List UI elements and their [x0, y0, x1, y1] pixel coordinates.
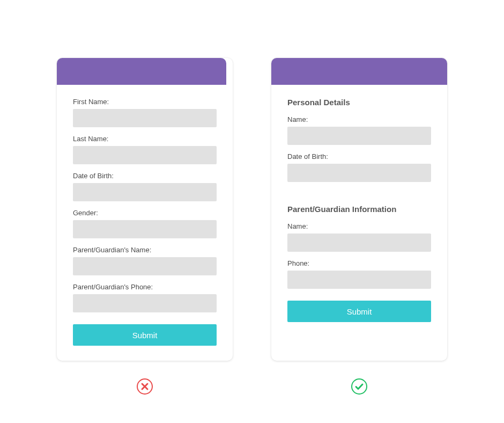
check-icon	[351, 378, 368, 395]
label-dob-left: Date of Birth:	[73, 172, 217, 180]
field-guardian-name-left: Parent/Guardian's Name:	[73, 246, 217, 275]
form-body-good: Personal Details Name: Date of Birth: Pa…	[271, 85, 447, 337]
svg-point-1	[352, 379, 367, 394]
submit-button-right[interactable]: Submit	[287, 301, 431, 322]
input-name-right[interactable]	[287, 127, 431, 145]
cross-icon	[136, 378, 153, 395]
field-guardian-phone-left: Parent/Guardian's Phone:	[73, 283, 217, 312]
input-guardian-name-right[interactable]	[287, 234, 431, 252]
label-first-name: First Name:	[73, 98, 217, 106]
field-gender: Gender:	[73, 209, 217, 238]
input-last-name[interactable]	[73, 146, 217, 164]
form-body-bad: First Name: Last Name: Date of Birth: Ge…	[57, 85, 233, 361]
card-header-good	[271, 58, 447, 85]
field-guardian-name-right: Name:	[287, 222, 431, 252]
section-title-guardian: Parent/Guardian Information	[287, 205, 431, 214]
field-first-name: First Name:	[73, 98, 217, 127]
label-guardian-phone-right: Phone:	[287, 259, 431, 267]
label-name-right: Name:	[287, 115, 431, 123]
input-dob-right[interactable]	[287, 164, 431, 182]
input-guardian-name-left[interactable]	[73, 257, 217, 275]
status-icon-wrap-good	[271, 378, 447, 395]
form-card-bad: First Name: Last Name: Date of Birth: Ge…	[57, 58, 233, 361]
input-first-name[interactable]	[73, 109, 217, 127]
field-guardian-phone-right: Phone:	[287, 259, 431, 289]
field-last-name: Last Name:	[73, 135, 217, 164]
label-guardian-name-left: Parent/Guardian's Name:	[73, 246, 217, 254]
label-last-name: Last Name:	[73, 135, 217, 143]
label-guardian-phone-left: Parent/Guardian's Phone:	[73, 283, 217, 291]
section-title-personal: Personal Details	[287, 98, 431, 107]
card-header-bad	[57, 58, 226, 85]
input-guardian-phone-right[interactable]	[287, 271, 431, 289]
input-gender[interactable]	[73, 220, 217, 238]
input-guardian-phone-left[interactable]	[73, 294, 217, 312]
section-spacer	[287, 189, 431, 205]
field-name-right: Name:	[287, 115, 431, 145]
label-gender: Gender:	[73, 209, 217, 217]
field-dob-left: Date of Birth:	[73, 172, 217, 201]
form-card-good: Personal Details Name: Date of Birth: Pa…	[271, 58, 447, 361]
submit-button-left[interactable]: Submit	[73, 324, 217, 346]
label-dob-right: Date of Birth:	[287, 152, 431, 161]
status-icon-wrap-bad	[57, 378, 233, 395]
field-dob-right: Date of Birth:	[287, 152, 431, 182]
label-guardian-name-right: Name:	[287, 222, 431, 230]
input-dob-left[interactable]	[73, 183, 217, 201]
